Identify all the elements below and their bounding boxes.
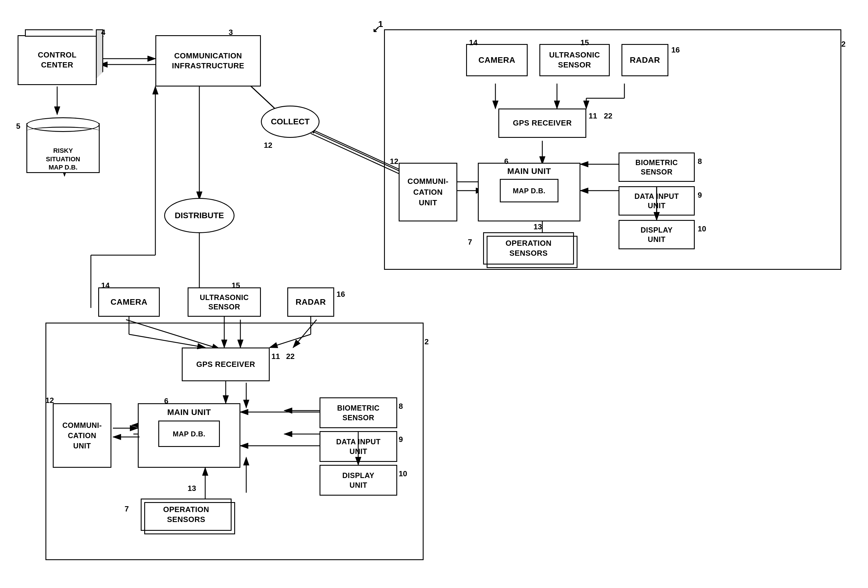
num-15-bot-label: 15 — [232, 281, 240, 290]
map-db-bot-box: MAP D.B. — [158, 421, 220, 447]
main-unit-top-box: MAIN UNIT MAP D.B. — [478, 163, 580, 222]
num-8-top-label: 8 — [698, 157, 702, 166]
num-22-bot-label: 22 — [286, 352, 295, 361]
biometric-bot-label: BIOMETRIC SENSOR — [337, 403, 379, 422]
display-bot-label: DISPLAY UNIT — [342, 471, 375, 490]
display-top-box: DISPLAY UNIT — [619, 220, 695, 249]
num-2-top-label: 2 — [841, 40, 846, 49]
gps-top-box: GPS RECEIVER — [498, 108, 586, 138]
num-2-bot-label: 2 — [424, 337, 428, 346]
camera-top-box: CAMERA — [466, 44, 528, 76]
ultrasonic-bot-label: ULTRASONIC SENSOR — [199, 293, 249, 312]
num-12-bot-label: 12 — [46, 396, 54, 405]
main-unit-top-label: MAIN UNIT — [507, 166, 551, 177]
data-input-top-label: DATA INPUT UNIT — [634, 192, 679, 211]
ultrasonic-top-box: ULTRASONIC SENSOR — [539, 44, 610, 76]
op-sensors-bot-shadow — [144, 502, 235, 534]
camera-top-label: CAMERA — [478, 55, 515, 65]
num-14-bot-label: 14 — [101, 281, 110, 290]
num-11-top-label: 11 — [589, 111, 597, 121]
num-9-bot-label: 9 — [399, 435, 403, 444]
radar-top-label: RADAR — [630, 55, 660, 65]
biometric-top-label: BIOMETRIC SENSOR — [636, 158, 678, 177]
comm-unit-bot-box: COMMUNI- CATION UNIT — [53, 403, 111, 468]
num-12-ellipse-label: 12 — [264, 141, 272, 150]
map-db-bot-label: MAP D.B. — [173, 429, 205, 439]
radar-bot-box: RADAR — [287, 287, 334, 317]
risky-db-cylinder: RISKY SITUATION MAP D.B. — [27, 114, 100, 173]
main-unit-bot-label: MAIN UNIT — [167, 407, 211, 418]
data-input-bot-box: DATA INPUT UNIT — [320, 431, 397, 462]
op-sensors-top-shadow — [487, 236, 577, 268]
biometric-top-box: BIOMETRIC SENSOR — [619, 152, 695, 182]
num-14-top-label: 14 — [469, 38, 478, 47]
map-db-top-box: MAP D.B. — [500, 179, 558, 202]
control-center-3d-top — [25, 30, 104, 37]
control-center-box: CONTROL CENTER — [18, 35, 97, 85]
num-6-bot-label: 6 — [164, 396, 168, 406]
data-input-bot-label: DATA INPUT UNIT — [336, 437, 381, 456]
gps-bot-box: GPS RECEIVER — [182, 347, 270, 381]
ultrasonic-top-label: ULTRASONIC SENSOR — [549, 50, 600, 70]
num-7-top-label: 7 — [468, 238, 472, 247]
num-13-bot-label: 13 — [187, 484, 196, 493]
num-10-bot-label: 10 — [399, 469, 407, 478]
gps-top-label: GPS RECEIVER — [513, 118, 571, 128]
gps-bot-label: GPS RECEIVER — [196, 359, 255, 369]
num-15-top-label: 15 — [580, 38, 589, 47]
collect-label: COLLECT — [271, 117, 310, 126]
comm-unit-top-label: COMMUNI- CATION UNIT — [407, 176, 449, 208]
comm-unit-bot-label: COMMUNI- CATION UNIT — [62, 420, 102, 451]
display-bot-box: DISPLAY UNIT — [320, 465, 397, 496]
num-1-arrow: ↙ — [372, 24, 379, 34]
distribute-label: DISTRIBUTE — [175, 211, 224, 220]
main-unit-bot-box: MAIN UNIT MAP D.B. — [138, 403, 241, 468]
risky-db-label: RISKY SITUATION MAP D.B. — [27, 147, 100, 172]
control-center-label: CONTROL CENTER — [38, 50, 77, 70]
diagram-container: CONTROL CENTER 4 RISKY SITUATION MAP D.B… — [0, 0, 868, 588]
num-7-bot-label: 7 — [125, 504, 129, 514]
num-3-label: 3 — [229, 28, 233, 37]
num-8-bot-label: 8 — [399, 402, 403, 411]
num-4-label: 4 — [101, 28, 105, 37]
distribute-ellipse: DISTRIBUTE — [164, 198, 235, 233]
radar-top-box: RADAR — [621, 44, 669, 76]
num-11-bot-label: 11 — [272, 352, 280, 361]
map-db-top-label: MAP D.B. — [513, 186, 546, 195]
comm-infra-label: COMMUNICATION INFRASTRUCTURE — [172, 51, 245, 71]
camera-bot-box: CAMERA — [98, 287, 160, 317]
camera-bot-label: CAMERA — [111, 297, 148, 307]
comm-infra-box: COMMUNICATION INFRASTRUCTURE — [155, 35, 261, 87]
num-22-top-label: 22 — [604, 111, 613, 121]
num-16-top-label: 16 — [671, 46, 680, 55]
num-9-top-label: 9 — [698, 191, 702, 200]
collect-ellipse: COLLECT — [261, 106, 320, 138]
radar-bot-label: RADAR — [295, 297, 326, 307]
num-5-label: 5 — [16, 122, 20, 131]
num-6-top-label: 6 — [504, 157, 508, 166]
ultrasonic-bot-box: ULTRASONIC SENSOR — [187, 287, 261, 317]
vehicle-system-top — [384, 30, 841, 270]
num-12-top-label: 12 — [390, 157, 399, 166]
comm-unit-top-box: COMMUNI- CATION UNIT — [399, 163, 457, 222]
num-13-top-label: 13 — [533, 222, 542, 231]
data-input-top-box: DATA INPUT UNIT — [619, 186, 695, 216]
num-16-bot-label: 16 — [337, 290, 345, 299]
display-top-label: DISPLAY UNIT — [641, 225, 673, 244]
biometric-bot-box: BIOMETRIC SENSOR — [320, 397, 397, 428]
num-10-top-label: 10 — [698, 225, 706, 233]
